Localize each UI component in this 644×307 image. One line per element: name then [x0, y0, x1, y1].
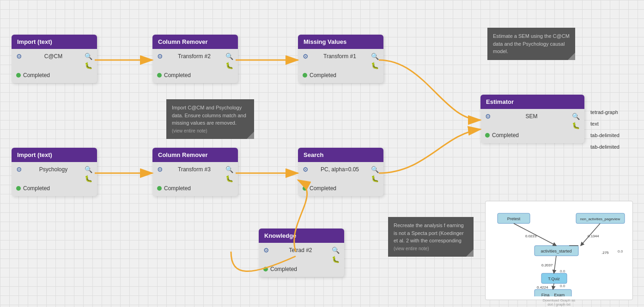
status-dot-2 — [157, 73, 162, 78]
gear-icon-1[interactable]: ⚙ — [16, 53, 22, 60]
bug-icon-4[interactable]: 🐛 — [85, 175, 92, 182]
node-estimator[interactable]: Estimator ⚙ SEM 🔍 🐛 Completed — [480, 95, 584, 143]
note-recreate-text: Recreate the analysis f earning is not a… — [394, 223, 464, 243]
svg-text:T.Quiz: T.Quiz — [548, 277, 560, 281]
search-icon-2[interactable]: 🔍 — [225, 53, 233, 60]
node-column-remover-1-header: Column Remover — [152, 35, 238, 49]
search-icon-1[interactable]: 🔍 — [85, 53, 92, 60]
node-search-header: Search — [298, 148, 383, 162]
note-import: Import C@CM and Psychology data. Ensure … — [166, 99, 254, 139]
node-import-text-1-header: Import (text) — [12, 35, 97, 49]
svg-text:Pretest: Pretest — [507, 217, 521, 221]
svg-text:activities_started: activities_started — [541, 249, 571, 253]
svg-text:0.0: 0.0 — [560, 269, 565, 273]
gear-icon-4[interactable]: ⚙ — [16, 166, 22, 173]
node-column-remover-2-label: Transform #3 — [166, 166, 223, 173]
node-estimator-header: Estimator — [480, 95, 584, 109]
node-knowledge-header: Knowledge — [259, 229, 344, 243]
status-dot-est — [485, 133, 490, 138]
output-label-text: text — [590, 121, 599, 126]
search-icon-5[interactable]: 🔍 — [225, 166, 233, 173]
node-missing-values-header: Missing Values — [298, 35, 383, 49]
node-column-remover-2[interactable]: Column Remover ⚙ Transform #3 🔍 🐛 Comple… — [152, 148, 238, 196]
search-icon-7[interactable]: 🔍 — [332, 247, 340, 254]
status-label-1: Completed — [23, 72, 50, 78]
bug-icon-2[interactable]: 🐛 — [225, 62, 233, 69]
status-dot-7 — [263, 267, 268, 271]
node-import-text-1[interactable]: Import (text) ⚙ C@CM 🔍 🐛 Completed — [12, 35, 97, 83]
output-label-tetrad: tetrad-graph — [590, 109, 618, 115]
status-label-2: Completed — [164, 72, 191, 78]
gear-icon-3[interactable]: ⚙ — [303, 53, 309, 60]
status-label-est: Completed — [492, 132, 519, 138]
node-missing-values-label: Transform #1 — [311, 53, 368, 60]
note-recreate-viewlink[interactable]: (view entire note) — [394, 246, 429, 251]
node-knowledge-label: Tetrad #2 — [272, 247, 329, 253]
search-icon-3[interactable]: 🔍 — [371, 53, 379, 60]
svg-text:0.0: 0.0 — [560, 284, 565, 288]
gear-icon-6[interactable]: ⚙ — [303, 166, 309, 173]
bug-icon-est[interactable]: 🐛 — [572, 122, 580, 129]
node-import-text-1-label: C@CM — [25, 53, 82, 60]
svg-text:non_activities_pageview: non_activities_pageview — [580, 217, 620, 221]
status-dot-6 — [303, 186, 307, 191]
svg-line-18 — [554, 256, 556, 273]
search-icon-est[interactable]: 🔍 — [572, 113, 580, 120]
gear-icon-2[interactable]: ⚙ — [157, 53, 163, 60]
svg-text:.275: .275 — [601, 251, 609, 255]
output-label-tab1: tab-delimited — [590, 132, 620, 138]
node-search-label: PC, alpha=0.05 — [311, 166, 368, 173]
bug-icon-1[interactable]: 🐛 — [85, 62, 92, 69]
gear-icon-5[interactable]: ⚙ — [157, 166, 163, 173]
bug-icon-3[interactable]: 🐛 — [371, 62, 379, 69]
node-column-remover-2-header: Column Remover — [152, 148, 238, 162]
status-dot-5 — [157, 186, 162, 191]
status-label-4: Completed — [23, 185, 50, 192]
bug-icon-6[interactable]: 🐛 — [371, 175, 379, 182]
status-label-7: Completed — [270, 266, 297, 272]
note-import-viewlink[interactable]: (view entire note) — [172, 128, 207, 133]
note-estimator: Estimate a SEM using the C@CM data and t… — [487, 28, 575, 60]
svg-text:Fina__Exam: Fina__Exam — [541, 293, 565, 296]
gear-icon-7[interactable]: ⚙ — [263, 247, 269, 254]
search-icon-4[interactable]: 🔍 — [85, 166, 92, 173]
svg-text:0.4224: 0.4224 — [537, 285, 548, 289]
node-import-text-2-header: Import (text) — [12, 148, 97, 162]
status-dot-4 — [16, 186, 21, 191]
svg-text:0.0223: 0.0223 — [525, 234, 537, 238]
status-dot-3 — [303, 73, 307, 78]
node-column-remover-1-label: Transform #2 — [166, 53, 223, 60]
graph-preview: Pretest non_activities_pageview activiti… — [485, 201, 633, 300]
svg-line-21 — [553, 283, 554, 289]
graph-preview-label: Download Graph asdot / graph-txt — [488, 298, 630, 307]
note-estimator-text: Estimate a SEM using the C@CM data and t… — [493, 33, 570, 54]
status-label-5: Completed — [164, 185, 191, 192]
search-icon-6[interactable]: 🔍 — [371, 166, 379, 173]
status-label-6: Completed — [310, 185, 336, 192]
output-label-tab2: tab-delimited — [590, 144, 620, 150]
bug-icon-7[interactable]: 🐛 — [332, 256, 340, 263]
svg-text:0.2037: 0.2037 — [541, 263, 553, 267]
status-dot-1 — [16, 73, 21, 78]
svg-text:0.0: 0.0 — [618, 249, 623, 253]
note-recreate: Recreate the analysis f earning is not a… — [388, 217, 474, 257]
status-label-3: Completed — [310, 72, 336, 78]
gear-icon-est[interactable]: ⚙ — [485, 113, 491, 120]
svg-text:0.1344: 0.1344 — [588, 234, 599, 238]
bug-icon-5[interactable]: 🐛 — [225, 175, 233, 182]
node-search[interactable]: Search ⚙ PC, alpha=0.05 🔍 🐛 Completed — [298, 148, 383, 196]
node-knowledge[interactable]: Knowledge ⚙ Tetrad #2 🔍 🐛 Completed — [259, 229, 344, 277]
node-import-text-2-label: Psychology — [25, 166, 82, 173]
node-import-text-2[interactable]: Import (text) ⚙ Psychology 🔍 🐛 Completed — [12, 148, 97, 196]
node-column-remover-1[interactable]: Column Remover ⚙ Transform #2 🔍 🐛 Comple… — [152, 35, 238, 83]
node-missing-values[interactable]: Missing Values ⚙ Transform #1 🔍 🐛 Comple… — [298, 35, 383, 83]
node-estimator-label: SEM — [494, 113, 569, 120]
note-import-text: Import C@CM and Psychology data. Ensure … — [172, 105, 246, 126]
